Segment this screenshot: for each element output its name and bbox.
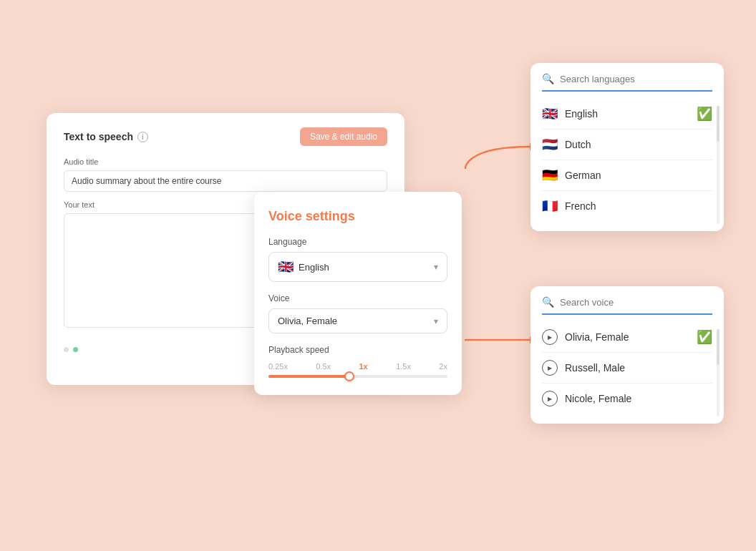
- playback-label: Playback speed: [268, 345, 447, 355]
- language-name-english: English: [565, 108, 598, 120]
- language-item-french-left: 🇫🇷 French: [542, 198, 596, 214]
- language-name-german: German: [565, 170, 601, 181]
- language-search-box: 🔍: [542, 73, 712, 92]
- voice-scrollbar-track: [717, 329, 719, 416]
- language-item-german[interactable]: 🇩🇪 German: [542, 160, 712, 190]
- voice-name-russell: Russell, Male: [565, 362, 625, 374]
- language-name-french: French: [565, 200, 596, 212]
- audio-title-input[interactable]: [64, 170, 387, 192]
- audio-title-label: Audio title: [64, 157, 387, 166]
- voice-search-icon: 🔍: [542, 296, 554, 308]
- voice-search-box: 🔍: [542, 296, 712, 315]
- voice-select[interactable]: Olivia, Female ▾: [268, 308, 447, 333]
- tts-header: Text to speech i Save & edit audio: [64, 127, 387, 146]
- voice-dropdown: 🔍 ▶ Olivia, Female ✅ ▶ Russell, Male ▶ N…: [530, 286, 724, 424]
- language-label: Language: [268, 237, 447, 247]
- check-english-icon: ✅: [697, 106, 712, 122]
- language-search-input[interactable]: [560, 74, 712, 84]
- play-nicole-icon[interactable]: ▶: [542, 391, 558, 406]
- save-edit-audio-button[interactable]: Save & edit audio: [300, 127, 387, 146]
- language-select-inner: 🇬🇧 English: [278, 259, 329, 275]
- slider-thumb[interactable]: [344, 371, 354, 381]
- play-russell-icon[interactable]: ▶: [542, 360, 558, 376]
- voice-settings-card: Voice settings Language 🇬🇧 English ▾ Voi…: [254, 192, 462, 395]
- tts-title: Text to speech i: [64, 131, 148, 142]
- voice-name-olivia: Olivia, Female: [565, 331, 629, 343]
- voice-scrollbar-thumb: [717, 329, 719, 365]
- play-olivia-icon[interactable]: ▶: [542, 329, 558, 345]
- language-scrollbar-thumb: [717, 106, 719, 142]
- flag-german: 🇩🇪: [542, 167, 558, 183]
- arrow-voice: [458, 322, 537, 358]
- voice-item-nicole[interactable]: ▶ Nicole, Female: [542, 384, 712, 414]
- language-item-dutch-left: 🇳🇱 Dutch: [542, 137, 591, 152]
- language-item-dutch[interactable]: 🇳🇱 Dutch: [542, 130, 712, 160]
- voice-item-nicole-left: ▶ Nicole, Female: [542, 391, 631, 406]
- step-dot-inactive: [64, 347, 69, 352]
- english-flag: 🇬🇧: [278, 259, 294, 275]
- playback-slider-track[interactable]: [268, 375, 447, 378]
- voice-label: Voice: [268, 293, 447, 303]
- voice-name-nicole: Nicole, Female: [565, 393, 631, 404]
- flag-french: 🇫🇷: [542, 198, 558, 214]
- voice-item-olivia-left: ▶ Olivia, Female: [542, 329, 629, 345]
- language-item-french[interactable]: 🇫🇷 French: [542, 191, 712, 221]
- step-dot-active: [73, 347, 78, 352]
- playback-speeds: 0.25x 0.5x 1x 1.5x 2x: [268, 362, 447, 371]
- language-search-icon: 🔍: [542, 73, 554, 84]
- voice-select-inner: Olivia, Female: [278, 316, 337, 326]
- language-item-english[interactable]: 🇬🇧 English ✅: [542, 99, 712, 129]
- language-item-german-left: 🇩🇪 German: [542, 167, 601, 183]
- speed-2[interactable]: 2x: [439, 362, 447, 371]
- flag-english: 🇬🇧: [542, 106, 558, 122]
- voice-item-russell-left: ▶ Russell, Male: [542, 360, 625, 376]
- voice-search-input[interactable]: [560, 297, 712, 308]
- slider-fill: [268, 375, 349, 378]
- info-icon[interactable]: i: [137, 132, 148, 142]
- voice-chevron-icon: ▾: [434, 316, 438, 326]
- tts-title-text: Text to speech: [64, 131, 133, 142]
- speed-15[interactable]: 1.5x: [396, 362, 411, 371]
- voice-settings-title: Voice settings: [268, 209, 447, 224]
- language-select-value: English: [299, 262, 329, 273]
- language-item-english-left: 🇬🇧 English: [542, 106, 598, 122]
- language-select[interactable]: 🇬🇧 English ▾: [268, 252, 447, 282]
- speed-05[interactable]: 0.5x: [316, 362, 331, 371]
- speed-1[interactable]: 1x: [359, 362, 368, 371]
- language-chevron-icon: ▾: [434, 262, 438, 272]
- language-name-dutch: Dutch: [565, 139, 591, 150]
- flag-dutch: 🇳🇱: [542, 137, 558, 152]
- voice-item-olivia[interactable]: ▶ Olivia, Female ✅: [542, 322, 712, 352]
- voice-select-value: Olivia, Female: [278, 316, 337, 326]
- arrow-language: [458, 125, 537, 182]
- speed-025[interactable]: 0.25x: [268, 362, 288, 371]
- language-dropdown: 🔍 🇬🇧 English ✅ 🇳🇱 Dutch 🇩🇪 German 🇫🇷 Fre…: [530, 63, 724, 231]
- voice-item-russell[interactable]: ▶ Russell, Male: [542, 353, 712, 383]
- language-scrollbar-track: [717, 106, 719, 224]
- check-olivia-icon: ✅: [697, 329, 712, 345]
